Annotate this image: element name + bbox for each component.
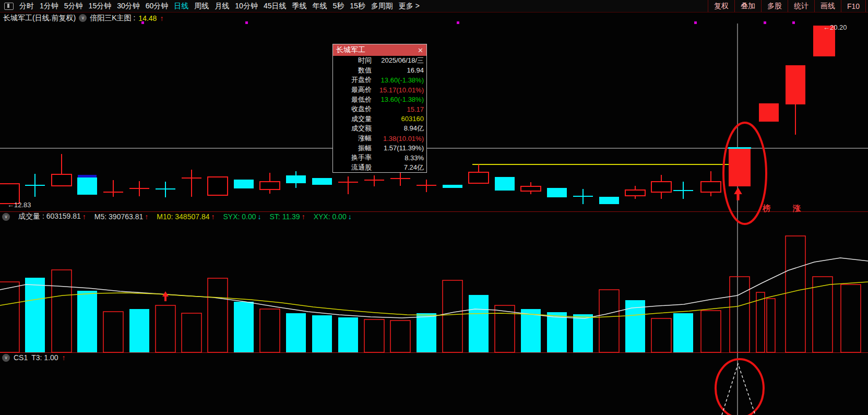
trading-app-window: 分时1分钟5分钟15分钟30分钟60分钟日线周线月线10分钟45日线季线年线5秒… [0, 0, 868, 415]
popup-row-label: 收盘价 [333, 104, 372, 114]
popup-row-7: 成交额8.94亿 [333, 124, 426, 134]
popup-row-label: 数值 [333, 66, 372, 75]
popup-row-label: 时间 [333, 56, 372, 65]
period-item-7[interactable]: 周线 [194, 2, 209, 11]
popup-row-11: 流通股7.24亿 [333, 163, 426, 173]
toolbar-button-0[interactable]: 复权 [708, 0, 734, 12]
popup-row-value: 16.94 [372, 66, 426, 74]
volume-pane-header: ∨ 成交量 : 603159.81↑M5: 390763.81↑M10: 348… [0, 212, 352, 221]
period-item-16[interactable]: 更多 > [399, 2, 420, 11]
chevron-down-icon[interactable]: ∨ [79, 14, 87, 22]
popup-row-label: 涨幅 [333, 134, 372, 143]
volume-indicator-1: M5: 390763.81↑ [94, 212, 148, 221]
toolbar-button-2[interactable]: 多股 [761, 0, 788, 12]
popup-row-label: 最高价 [333, 85, 372, 94]
chart-title-row: 长城军工(日线.前复权) ∨ 倍阳三K主图 : 14.48 ↑ [0, 13, 163, 23]
popup-row-label: 成交量 [333, 114, 372, 124]
buy-arrow-markers [162, 187, 742, 301]
period-item-0[interactable]: 分时 [19, 2, 34, 11]
period-item-13[interactable]: 5秒 [332, 2, 344, 11]
popup-row-label: 最低价 [333, 95, 372, 104]
popup-row-value: 15.17 [372, 105, 426, 113]
toolbar-button-5[interactable]: F10 [841, 0, 865, 12]
yellow-level-line [472, 163, 740, 167]
popup-row-label: 流通股 [333, 163, 372, 172]
popup-row-9: 振幅1.57(11.39%) [333, 143, 426, 153]
popup-row-value: 8.33% [372, 154, 426, 162]
popup-row-value: 603160 [372, 115, 426, 123]
down-arrow-icon: ↓ [258, 212, 261, 221]
cs1-value: T3: 1.00 [31, 353, 58, 362]
volume-indicator-text: M5: 390763.81 [94, 212, 143, 221]
indicator-name: 倍阳三K主图 : [90, 14, 135, 23]
volume-indicator-text: M10: 348507.84 [157, 212, 209, 221]
period-item-6[interactable]: 日线 [174, 2, 188, 11]
popup-row-label: 振幅 [333, 144, 372, 153]
window-icon[interactable] [4, 3, 14, 10]
up-arrow-icon: ↑ [302, 212, 305, 221]
high-price-label: ←20.20 [823, 23, 847, 31]
toolbar-button-1[interactable]: 叠加 [734, 0, 761, 12]
popup-row-value: 15.17(10.01%) [372, 86, 426, 94]
volume-indicator-4: ST: 11.39↑ [270, 212, 305, 221]
volume-indicator-text: SYX: 0.00 [223, 212, 256, 221]
volume-indicator-text: XYX: 0.00 [314, 212, 347, 221]
popup-row-2: 开盘价13.60(-1.38%) [333, 75, 426, 85]
rank-flag-label: 榜 [763, 204, 770, 214]
volume-indicator-text: 成交量 : 603159.81 [18, 212, 81, 221]
popup-row-3: 最高价15.17(10.01%) [333, 85, 426, 95]
period-item-11[interactable]: 季线 [292, 2, 306, 11]
period-item-9[interactable]: 10分钟 [235, 2, 258, 11]
rise-flag-label: 涨 [793, 204, 801, 214]
popup-row-10: 换手率8.33% [333, 153, 426, 163]
indicator-up-arrow: ↑ [160, 14, 163, 22]
volume-indicator-5: XYX: 0.00↓ [314, 212, 352, 221]
popup-row-5: 收盘价15.17 [333, 104, 426, 114]
toolbar-right-buttons: 复权叠加多股统计画线F10 [708, 0, 868, 12]
chevron-down-icon[interactable]: ∨ [2, 354, 10, 362]
popup-row-label: 开盘价 [333, 75, 372, 85]
popup-row-value: 7.24亿 [372, 163, 426, 172]
period-item-14[interactable]: 15秒 [350, 2, 365, 11]
toolbar-button-4[interactable]: 画线 [814, 0, 841, 12]
stock-title: 长城军工(日线.前复权) [3, 14, 76, 23]
volume-bars [0, 236, 861, 352]
toolbar-edge-divider [865, 0, 868, 12]
popup-row-4: 最低价13.60(-1.38%) [333, 94, 426, 104]
period-item-1[interactable]: 1分钟 [40, 2, 58, 11]
chart-canvas[interactable] [0, 0, 868, 415]
popup-body: 时间2025/06/18/三数值16.94开盘价13.60(-1.38%)最高价… [333, 56, 426, 172]
volume-indicator-3: SYX: 0.00↓ [223, 212, 261, 221]
popup-row-label: 换手率 [333, 153, 372, 162]
cs1-name: CS1 [14, 353, 28, 362]
popup-header[interactable]: 长城军工 ✕ [333, 44, 426, 56]
popup-row-8: 涨幅1.38(10.01%) [333, 134, 426, 144]
up-arrow-icon: ↑ [211, 212, 215, 221]
popup-row-value: 13.60(-1.38%) [372, 76, 426, 84]
period-item-12[interactable]: 年线 [312, 2, 327, 11]
volume-indicator-2: M10: 348507.84↑ [157, 212, 215, 221]
period-item-3[interactable]: 15分钟 [89, 2, 112, 11]
period-toolbar-items: 分时1分钟5分钟15分钟30分钟60分钟日线周线月线10分钟45日线季线年线5秒… [0, 2, 708, 11]
popup-row-1: 数值16.94 [333, 66, 426, 76]
close-icon[interactable]: ✕ [418, 46, 423, 54]
popup-row-value: 1.57(11.39%) [372, 144, 426, 152]
period-item-15[interactable]: 多周期 [371, 2, 393, 11]
period-item-4[interactable]: 30分钟 [117, 2, 140, 11]
popup-row-value: 2025/06/18/三 [372, 56, 426, 65]
period-item-5[interactable]: 60分钟 [146, 2, 169, 11]
chevron-down-icon[interactable]: ∨ [2, 213, 10, 221]
period-toolbar: 分时1分钟5分钟15分钟30分钟60分钟日线周线月线10分钟45日线季线年线5秒… [0, 0, 868, 13]
popup-row-0: 时间2025/06/18/三 [333, 56, 426, 66]
period-item-8[interactable]: 月线 [215, 2, 229, 11]
signal-dots [141, 21, 795, 24]
period-item-10[interactable]: 45日线 [264, 2, 287, 11]
period-item-2[interactable]: 5分钟 [64, 2, 83, 11]
popup-row-label: 成交额 [333, 124, 372, 133]
popup-row-value: 13.60(-1.38%) [372, 96, 426, 103]
low-price-label: ←12.83 [7, 201, 31, 209]
up-arrow-icon: ↑ [82, 212, 86, 221]
toolbar-button-3[interactable]: 统计 [788, 0, 814, 12]
popup-row-value: 8.94亿 [372, 124, 426, 133]
popup-row-6: 成交量603160 [333, 114, 426, 124]
